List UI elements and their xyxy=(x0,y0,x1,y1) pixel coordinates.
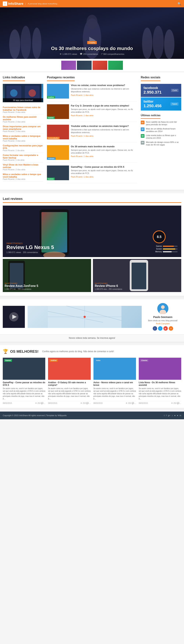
sub-review-card-1[interactable]: SMARTPHONES Review Asus ZenFone 5 1.389.… xyxy=(3,259,91,292)
best-card-0[interactable]: Games GamePlay - Como passar as missões … xyxy=(3,358,45,404)
posts-section-title: Postagens recentes xyxy=(47,76,75,81)
facebook-box[interactable]: facebook 2.950.371 Curtir xyxy=(141,84,181,97)
author-facebook-icon[interactable]: f xyxy=(153,326,157,331)
post-item-0[interactable]: Análise Virus no celular, como resolver … xyxy=(47,84,137,102)
right-column: Redes sociais facebook 2.950.371 Curtir … xyxy=(141,76,181,186)
trophy-icon: 🏆 xyxy=(3,349,8,354)
news-item-2[interactable]: 03 Lista revela todos os filmes que o ci… xyxy=(141,134,181,140)
comment-icon: 💬 xyxy=(80,53,82,55)
section-divider-2 xyxy=(0,296,184,298)
news-section-title: Últimas notícias xyxy=(141,114,160,119)
eye-icon: 👁 xyxy=(60,53,62,55)
post-title-4[interactable]: GamePlay - Como passar as missões do GTA… xyxy=(71,166,137,168)
left-column: Links indicados 30 app para download Fun… xyxy=(3,76,43,186)
author-name: Paulo Seemann xyxy=(144,316,181,318)
facebook-count: 2.950.371 xyxy=(144,90,162,95)
hero-title: Os 30 melhores cosplays do mundo xyxy=(4,46,180,51)
post-item-3[interactable]: Animais Os 30 animais mais bonitos do mu… xyxy=(47,145,137,163)
footer-circle-icon-1[interactable]: ● xyxy=(174,414,176,416)
os-melhores-subtitle: Confira agora os melhores posts do blog.… xyxy=(42,350,114,353)
twitter-box[interactable]: twitter 1.250.456 Tweet xyxy=(141,98,181,110)
hero-content: Cosplay Os 30 melhores cosplays do mundo… xyxy=(0,37,184,59)
facebook-content: facebook 2.950.371 xyxy=(144,86,162,95)
best-card-1[interactable]: Análise Análise - O Galaxy S5 vale mesmo… xyxy=(48,358,90,404)
logo-icon: i xyxy=(3,2,7,6)
search-icon[interactable]: 🔍 xyxy=(178,2,181,6)
post-item-2[interactable]: Curiosidades Youtube volta a mostrar os … xyxy=(47,125,137,142)
link-item-5[interactable]: Como formatar seu computador e fazer bac… xyxy=(3,153,43,162)
post-title-2[interactable]: Youtube volta a mostrar os anúncios mais… xyxy=(71,125,137,128)
post-item-1[interactable]: Games Far Cry 3: Zerando o jogo de uma m… xyxy=(47,104,137,122)
thumbnail-item-3[interactable] xyxy=(92,61,107,70)
post-title-1[interactable]: Far Cry 3: Zerando o jogo de uma maneira… xyxy=(71,104,137,107)
post-title-0[interactable]: Virus no celular, como resolver esse pro… xyxy=(71,84,137,86)
footer-twitter-icon[interactable]: t xyxy=(164,414,164,416)
link-item-3[interactable]: Mitos e verdades sobre o tempoque você t… xyxy=(3,134,43,143)
map-widget[interactable] xyxy=(28,306,142,328)
svg-point-5 xyxy=(86,15,98,30)
twitter-tweet-button[interactable]: Tweet xyxy=(170,102,178,106)
hero-banner[interactable]: Cosplay Os 30 melhores cosplays do mundo… xyxy=(0,7,184,59)
news-item-0[interactable]: 01 Novo satélite da Nasa irá contr ibir … xyxy=(141,121,181,126)
author-youtube-icon[interactable]: ▶ xyxy=(164,326,168,331)
os-melhores-header: 🏆 OS MELHORES! Confira agora os melhores… xyxy=(3,349,181,354)
thumbnail-item-1[interactable] xyxy=(61,61,76,70)
footer-gplus-icon[interactable]: g+ xyxy=(168,414,170,416)
svg-point-14 xyxy=(28,89,36,97)
posts-list: Análise Virus no celular, como resolver … xyxy=(47,84,137,183)
news-item-1[interactable]: 02 Mais de um bilhão Android foram vendi… xyxy=(141,128,181,133)
facebook-like-button[interactable]: Curtir xyxy=(171,89,178,92)
link-item-6[interactable]: Vinyl Show do Iron Maiden e boas notícia… xyxy=(3,162,43,172)
author-widget: Paulo Seemann Bem-vindo ao meu blog pess… xyxy=(144,303,181,331)
section-divider-3 xyxy=(0,342,184,343)
footer-facebook-icon[interactable]: f xyxy=(166,414,166,416)
os-melhores-section: 🏆 OS MELHORES! Confira agora os melhores… xyxy=(0,345,184,408)
twitter-count: 1.250.456 xyxy=(144,104,162,108)
footer-linkedin-icon[interactable]: in xyxy=(180,414,181,416)
link-item-0[interactable]: Funcionários listem coisas ruins de trab… xyxy=(3,105,43,114)
author-avatar xyxy=(157,303,168,314)
review-stats: 1.389.571 views 255 comentários xyxy=(6,251,54,254)
section-divider-1 xyxy=(0,190,184,192)
sub-review-1-category: SMARTPHONES xyxy=(4,282,38,284)
post-title-3[interactable]: Os 30 animais mais bonitos do mundo xyxy=(71,145,137,148)
link-item-7[interactable]: Mitos e verdades sobre o tempo que você … xyxy=(3,172,43,182)
footer-music-icon[interactable]: ♪ xyxy=(172,414,173,416)
social-section-title: Redes sociais xyxy=(141,76,160,81)
logo[interactable]: i InfoShare xyxy=(3,2,23,6)
featured-app-box[interactable]: 30 app para download xyxy=(3,84,43,102)
sub-review-card-2[interactable]: SMARTPHONES Review iPhone 6 1.389.575 vi… xyxy=(93,259,181,292)
subscribe-bar: Novos vídeos toda semana. Se inscreva ag… xyxy=(0,334,184,342)
map-image xyxy=(28,306,142,328)
news-item-3[interactable]: 04 Mercado de design cresce 80% e se mai… xyxy=(141,141,181,146)
subscribe-text: Novos vídeos toda semana. Se inscreva ag… xyxy=(69,337,115,339)
thumbnail-item-4[interactable] xyxy=(108,61,123,70)
footer-copyright: Copyright © 2015 InfoShare All rights re… xyxy=(3,414,66,416)
author-rss-icon[interactable]: ⊙ xyxy=(169,326,173,331)
score-bar-screen: Screen xyxy=(153,248,178,250)
score-circle: 8.5 xyxy=(153,230,166,243)
best-card-3[interactable]: Cinema Lista Nova - Os 30 melhores filme… xyxy=(139,358,181,404)
footer-circle-icon-2[interactable]: ● xyxy=(177,414,178,416)
author-profile-link[interactable]: Perfil Completo xyxy=(144,322,181,325)
main-content: Links indicados 30 app para download Fun… xyxy=(0,72,184,190)
video-widget[interactable] xyxy=(3,306,25,328)
thumbnail-item-2[interactable] xyxy=(77,61,92,70)
author-social-links: f t ▶ ⊙ xyxy=(144,326,181,331)
link-item-1[interactable]: Os melhores filmes para assistir sozinho… xyxy=(3,114,43,124)
link-item-2[interactable]: Dicas importantes para comprar um novo s… xyxy=(3,124,43,134)
best-img-2: Aviso xyxy=(94,358,136,380)
link-item-4[interactable]: Configurações necessárias para jogar GTA… xyxy=(3,143,43,153)
sub-review-1-title: Review Asus ZenFone 5 xyxy=(4,284,38,288)
last-reviews-title: Last reviews xyxy=(3,197,181,203)
best-card-2[interactable]: Aviso Aviso - Novos vídeos para o canal … xyxy=(94,358,136,404)
hero-stats: 👁 1.389.571 views 💬 255 comentários ↗ 96… xyxy=(4,53,180,55)
author-twitter-icon[interactable]: t xyxy=(158,326,162,331)
sub-review-2-stats: 1.389.575 viev... 255 comentários xyxy=(95,288,122,290)
news-list: 01 Novo satélite da Nasa irá contr ibir … xyxy=(141,121,181,146)
footer-social: t f g+ ♪ ● ● in xyxy=(164,414,181,416)
sub-review-2-content: SMARTPHONES Review iPhone 6 1.389.575 vi… xyxy=(95,282,122,290)
hero-shares: ↗ 960 compartilhamentos xyxy=(101,53,124,55)
post-item-4[interactable]: Games GamePlay - Como passar as missões … xyxy=(47,166,137,183)
main-review-card[interactable]: SMARTPHONES Review LG Nexus 5 1.389.571 … xyxy=(3,206,181,257)
